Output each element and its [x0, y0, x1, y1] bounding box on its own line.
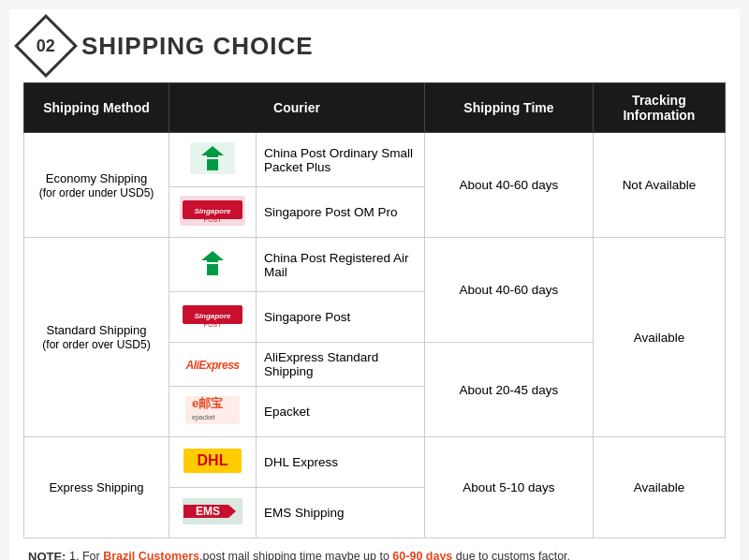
table-row: Economy Shipping(for order under USD5) C… — [24, 133, 726, 187]
courier-name-2: Singapore Post OM Pro — [257, 187, 425, 238]
singaporepost-icon-2: Singapore POST — [179, 300, 246, 332]
page-header: 02 SHIPPING CHOICE — [23, 23, 726, 68]
economy-tracking-cell: Not Available — [593, 133, 725, 238]
note-line-1: NOTE: 1. For Brazil Customers,post mail … — [28, 550, 721, 560]
courier-name-3: China Post Registered Air Mail — [257, 238, 425, 292]
epacket-logo-cell: e邮宝 epacket — [169, 387, 257, 437]
chinapost-icon-2 — [188, 245, 237, 281]
svg-text:POST: POST — [203, 216, 222, 223]
singaporepost-icon-1: Singapore POST — [179, 195, 246, 227]
table-header-row: Shipping Method Courier Shipping Time Tr… — [24, 83, 726, 133]
brazil-highlight: Brazil Customers — [103, 550, 199, 560]
standard-tracking-cell: Available — [593, 238, 725, 437]
notes-section: NOTE: 1. For Brazil Customers,post mail … — [23, 550, 726, 560]
svg-text:POST: POST — [203, 321, 222, 328]
dhl-logo-cell: DHL — [169, 437, 257, 488]
standard-time-2-cell: About 20-45 days — [425, 343, 594, 437]
courier-name-4: Singapore Post — [257, 292, 425, 343]
shipping-table: Shipping Method Courier Shipping Time Tr… — [23, 82, 726, 538]
main-container: 02 SHIPPING CHOICE Shipping Method Couri… — [9, 9, 740, 560]
col-header-courier: Courier — [169, 83, 425, 133]
aliexpress-logo-cell: AliExpress — [169, 343, 257, 387]
col-header-method: Shipping Method — [24, 83, 169, 133]
dhl-icon: DHL — [183, 445, 242, 477]
note-1-text: 1. For Brazil Customers,post mail shippi… — [69, 550, 570, 560]
singaporepost-logo-cell-1: Singapore POST — [169, 187, 257, 238]
badge-number: 02 — [37, 37, 55, 56]
badge: 02 — [14, 14, 78, 78]
aliexpress-icon: AliExpress — [185, 359, 239, 372]
svg-text:Singapore: Singapore — [194, 312, 231, 320]
express-tracking-cell: Available — [593, 437, 725, 538]
days-highlight: 60-90 days — [392, 550, 452, 560]
express-method-cell: Express Shipping — [24, 437, 169, 538]
chinapost-logo-cell-1 — [169, 133, 257, 187]
svg-text:e邮宝: e邮宝 — [192, 396, 224, 410]
economy-time-cell: About 40-60 days — [425, 133, 594, 238]
express-time-cell: About 5-10 days — [425, 437, 594, 538]
courier-name-5: AliExpress Standard Shipping — [257, 343, 425, 387]
table-row: Express Shipping DHL DHL Express About 5… — [24, 437, 726, 488]
col-header-tracking: TrackingInformation — [593, 83, 725, 133]
standard-method-cell: Standard Shipping(for order over USD5) — [24, 238, 169, 437]
note-label: NOTE: — [28, 550, 69, 560]
ems-logo-cell: EMS — [169, 488, 257, 538]
svg-text:DHL: DHL — [198, 452, 228, 468]
page-title: SHIPPING CHOICE — [81, 32, 314, 61]
col-header-time: Shipping Time — [425, 83, 594, 133]
ems-icon: EMS — [182, 495, 243, 527]
svg-text:epacket: epacket — [192, 414, 215, 421]
chinapost-icon — [188, 140, 237, 176]
table-row: Standard Shipping(for order over USD5) C… — [24, 238, 726, 292]
courier-name-8: EMS Shipping — [257, 488, 425, 538]
courier-name-1: China Post Ordinary Small Packet Plus — [257, 133, 425, 187]
svg-text:EMS: EMS — [196, 505, 220, 518]
economy-method-cell: Economy Shipping(for order under USD5) — [24, 133, 169, 238]
singaporepost-logo-cell-2: Singapore POST — [169, 292, 257, 343]
chinapost-logo-cell-2 — [169, 238, 257, 292]
standard-time-1-cell: About 40-60 days — [425, 238, 594, 343]
courier-name-7: DHL Express — [257, 437, 425, 488]
svg-text:Singapore: Singapore — [194, 207, 231, 215]
svg-rect-8 — [205, 262, 220, 264]
epacket-icon: e邮宝 epacket — [184, 394, 241, 426]
courier-name-6: Epacket — [257, 387, 425, 437]
svg-rect-2 — [205, 157, 220, 159]
